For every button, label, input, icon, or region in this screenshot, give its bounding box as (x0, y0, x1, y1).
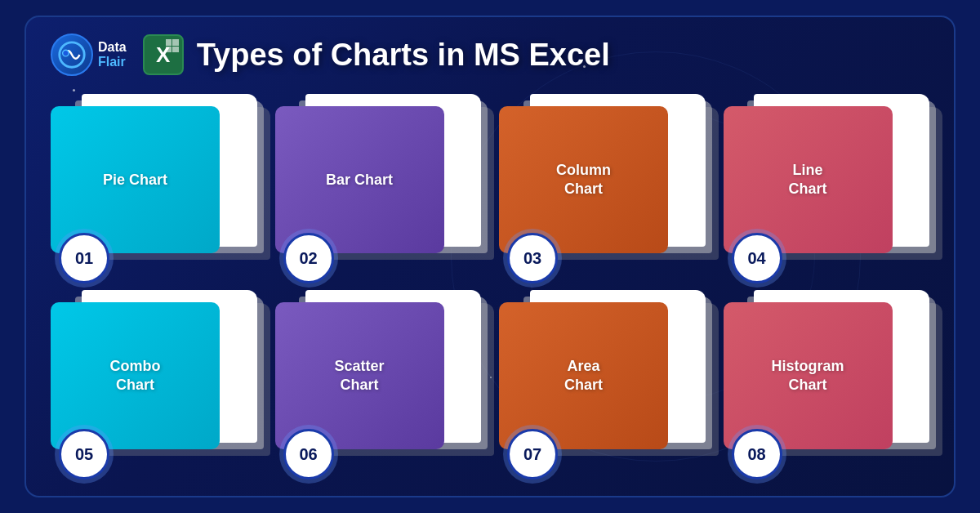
svg-point-1 (63, 50, 69, 56)
logo-data: Data (98, 40, 127, 55)
chart-item-7[interactable]: DataFlairAreaChart07 (499, 290, 706, 470)
chart-label-4: LineChart (781, 161, 835, 199)
page-title: Types of Charts in MS Excel (197, 38, 610, 73)
chart-item-4[interactable]: DataFlairLineChart04 (724, 94, 930, 274)
chart-front-6: ScatterChart (275, 302, 444, 449)
chart-label-8: HistogramChart (764, 357, 853, 395)
excel-grid (166, 39, 179, 52)
logo-circle (51, 33, 93, 76)
main-card: Data Flair Types of Charts in MS Excel D… (24, 16, 956, 497)
chart-front-1: Pie Chart (51, 106, 220, 253)
logo-text: Data Flair (98, 40, 127, 69)
chart-number-2: 02 (283, 233, 334, 283)
chart-item-8[interactable]: DataFlairHistogramChart08 (724, 290, 930, 470)
chart-label-3: ColumnChart (548, 161, 619, 199)
charts-grid: DataFlairPie Chart01DataFlairBar Chart02… (51, 94, 929, 470)
chart-number-7: 07 (507, 429, 558, 480)
header: Data Flair Types of Charts in MS Excel (51, 33, 929, 76)
chart-number-5: 05 (59, 429, 109, 480)
chart-number-8: 08 (732, 429, 782, 480)
chart-label-2: Bar Chart (318, 171, 401, 190)
excel-cell (166, 47, 172, 53)
chart-number-6: 06 (283, 429, 334, 480)
excel-cell (172, 39, 179, 46)
chart-label-7: AreaChart (556, 357, 611, 395)
star-decor (73, 89, 75, 91)
chart-front-4: LineChart (724, 106, 893, 253)
excel-cell (172, 47, 179, 53)
chart-front-8: HistogramChart (724, 302, 893, 449)
chart-front-5: ComboChart (51, 302, 220, 449)
excel-icon (143, 34, 184, 75)
chart-number-3: 03 (507, 233, 558, 283)
chart-label-5: ComboChart (102, 357, 169, 395)
logo-flair: Flair (98, 55, 127, 69)
chart-item-5[interactable]: DataFlairComboChart05 (51, 290, 257, 470)
chart-front-2: Bar Chart (275, 106, 444, 253)
chart-item-1[interactable]: DataFlairPie Chart01 (51, 94, 257, 274)
chart-item-6[interactable]: DataFlairScatterChart06 (275, 290, 482, 470)
chart-number-4: 04 (732, 233, 782, 283)
logo-icon (56, 39, 87, 70)
chart-item-3[interactable]: DataFlairColumnChart03 (499, 94, 706, 274)
logo[interactable]: Data Flair (51, 33, 127, 76)
chart-item-2[interactable]: DataFlairBar Chart02 (275, 94, 482, 274)
chart-label-1: Pie Chart (95, 171, 176, 190)
chart-front-7: AreaChart (499, 302, 668, 449)
excel-cell (166, 39, 172, 46)
chart-number-1: 01 (59, 233, 109, 283)
chart-front-3: ColumnChart (499, 106, 668, 253)
chart-label-6: ScatterChart (327, 357, 393, 395)
